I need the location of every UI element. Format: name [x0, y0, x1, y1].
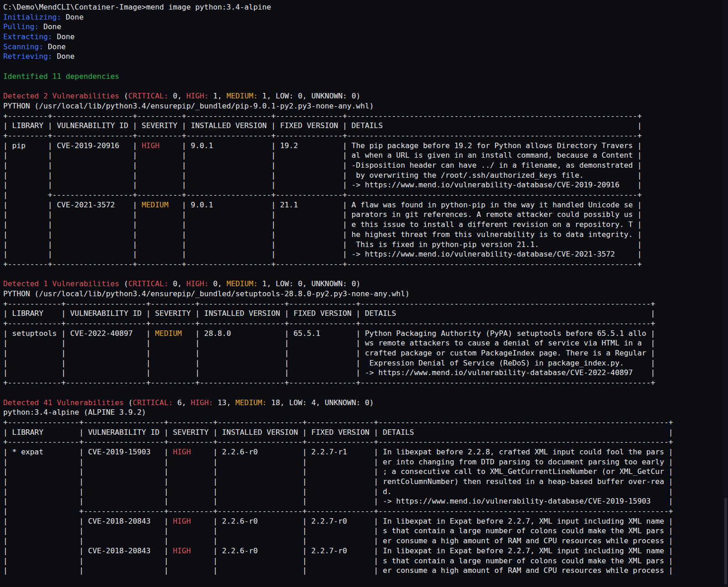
- terminal-text: HIGH:: [186, 92, 209, 100]
- terminal-text: | | | | | | crafted package or custom Pa…: [3, 349, 655, 357]
- terminal-line: +---------+------------------+----------…: [3, 131, 723, 141]
- terminal-text: | | | | | | parators in git references. …: [3, 210, 642, 219]
- terminal-text: Done: [66, 13, 83, 21]
- terminal-text: Initializing:: [3, 13, 66, 21]
- terminal-line: C:\Demo\MendCLI\Container-Image>mend ima…: [3, 2, 723, 12]
- terminal-line: | | | | | | rentColumnNumber) then resul…: [3, 477, 723, 487]
- terminal-text: HIGH: [173, 517, 190, 525]
- terminal-line: | | | | | | by overwriting the /root/.ss…: [3, 170, 723, 180]
- terminal-text: | | CVE-2021-3572 |: [3, 201, 142, 209]
- terminal-text: +------------+------------------+-------…: [3, 319, 655, 328]
- terminal-text: 13,: [213, 398, 236, 407]
- terminal-text: HIGH:: [191, 398, 213, 407]
- terminal-text: | | | | | | -> https://www.mend.io/vulne…: [3, 250, 642, 258]
- terminal-text: | LIBRARY | VULNERABILITY ID | SEVERITY …: [3, 121, 642, 130]
- terminal-window: C:\Demo\MendCLI\Container-Image>mend ima…: [0, 0, 728, 587]
- terminal-text: +----------------+------------------+---…: [3, 418, 673, 427]
- terminal-text: Extracting:: [3, 32, 57, 41]
- terminal-text: | | | | | | d. |: [3, 487, 673, 496]
- terminal-text: | 2.2.6-r0 | 2.2.7-r1 | In libexpat befo…: [191, 448, 673, 456]
- terminal-line: [3, 269, 723, 279]
- terminal-line: Retrieving: Done: [3, 51, 723, 62]
- terminal-text: 18, LOW: 4, UNKNOWN: 0): [267, 398, 374, 407]
- terminal-text: 0,: [169, 279, 186, 288]
- terminal-text: Identified 11 dependencies: [3, 72, 119, 81]
- terminal-text: | 2.2.6-r0 | 2.2.7-r0 | In libexpat in E…: [191, 546, 673, 555]
- terminal-text: Done: [57, 52, 75, 61]
- terminal-text: 1, LOW: 0, UNKNOWN: 0): [258, 92, 360, 100]
- terminal-line: Identified 11 dependencies: [3, 72, 723, 82]
- terminal-text: +----------------+------------------+---…: [3, 438, 673, 446]
- terminal-text: | pip | CVE-2019-20916 |: [3, 141, 142, 150]
- terminal-text: MEDIUM: [142, 201, 169, 209]
- terminal-line: | | CVE-2018-20843 | HIGH | 2.2.6-r0 | 2…: [3, 546, 723, 556]
- terminal-text: | | | | | | e this issue to install a di…: [3, 220, 642, 229]
- terminal-line: | | | | | | ws remote attackers to cause…: [3, 338, 723, 348]
- terminal-text: | | | | | | -> https://www.mend.io/vulne…: [3, 368, 655, 377]
- terminal-line: | | | | | | d. |: [3, 487, 723, 497]
- terminal-text: Detected 41 Vulnerabilities: [3, 398, 128, 407]
- terminal-line: PYTHON (/usr/local/lib/python3.4/ensurep…: [3, 289, 723, 299]
- terminal-text: 1,: [209, 92, 226, 100]
- terminal-text: +---------+------------------+----------…: [3, 260, 642, 268]
- terminal-text: | LIBRARY | VULNERABILITY ID | SEVERITY …: [3, 428, 673, 437]
- terminal-text: MEDIUM:: [226, 92, 258, 100]
- terminal-line: Detected 1 Vulnerabilities (CRITICAL: 0,…: [3, 279, 723, 289]
- terminal-text: 0,: [169, 92, 186, 100]
- terminal-text: | | CVE-2018-20843 |: [3, 517, 173, 525]
- scrollbar-thumb[interactable]: [724, 498, 727, 584]
- terminal-text: MEDIUM:: [226, 279, 258, 288]
- terminal-text: HIGH:: [186, 279, 209, 288]
- terminal-text: HIGH: [173, 448, 190, 456]
- terminal-line: | LIBRARY | VULNERABILITY ID | SEVERITY …: [3, 121, 723, 131]
- terminal-text: 6,: [173, 398, 191, 407]
- terminal-text: (: [124, 92, 128, 100]
- terminal-text: (: [124, 279, 128, 288]
- terminal-text: Detected 2 Vulnerabilities: [3, 92, 124, 100]
- terminal-text: | | | | | | er into changing from DTD pa…: [3, 458, 673, 466]
- terminal-text: | | | | | | by overwriting the /root/.ss…: [3, 171, 642, 180]
- terminal-text: | | | | | | s that contain a large numbe…: [3, 556, 673, 565]
- terminal-line: +----------------+------------------+---…: [3, 417, 723, 427]
- terminal-line: Extracting: Done: [3, 32, 723, 42]
- terminal-line: [3, 388, 723, 398]
- terminal-text: python:3.4-alpine (ALPINE 3.9.2): [3, 408, 146, 417]
- terminal-line: | | | | | | -> https://www.mend.io/vulne…: [3, 368, 723, 378]
- terminal-text: | | | | | | This is fixed in python-pip …: [3, 240, 642, 249]
- terminal-line: | | | | | | This is fixed in python-pip …: [3, 240, 723, 250]
- terminal-line: Detected 41 Vulnerabilities (CRITICAL: 6…: [3, 398, 723, 408]
- terminal-line: | | | | | | er consume a high amount of …: [3, 536, 723, 546]
- terminal-line: | | | | | | er consume a high amount of …: [3, 566, 723, 576]
- terminal-text: CRITICAL:: [128, 92, 168, 100]
- terminal-text: | +------------------+----------+-------…: [3, 191, 642, 199]
- terminal-line: [3, 62, 723, 72]
- terminal-text: Detected 1 Vulnerabilities: [3, 279, 124, 288]
- terminal-line: [3, 82, 723, 92]
- terminal-line: Detected 2 Vulnerabilities (CRITICAL: 0,…: [3, 91, 723, 101]
- terminal-text: | 2.2.6-r0 | 2.2.7-r0 | In libexpat in E…: [191, 517, 673, 525]
- terminal-line: | setuptools | CVE-2022-40897 | MEDIUM |…: [3, 329, 723, 339]
- terminal-text: | LIBRARY | VULNERABILITY ID | SEVERITY …: [3, 309, 655, 318]
- terminal-line: python:3.4-alpine (ALPINE 3.9.2): [3, 407, 723, 417]
- terminal-line: +------------+------------------+-------…: [3, 378, 723, 388]
- terminal-text: CRITICAL:: [128, 279, 168, 288]
- terminal-text: | | | | | | er consume a high amount of …: [3, 566, 673, 575]
- terminal-text: PYTHON (/usr/local/lib/python3.4/ensurep…: [3, 289, 410, 298]
- terminal-text: | | | | | | -> https://www.mend.io/vulne…: [3, 497, 673, 505]
- terminal-line: | | | | | | er into changing from DTD pa…: [3, 457, 723, 467]
- terminal-line: +---------+------------------+----------…: [3, 111, 723, 121]
- terminal-line: | +------------------+----------+-------…: [3, 506, 723, 516]
- terminal-text: Retrieving:: [3, 52, 57, 61]
- terminal-text: HIGH: [142, 141, 159, 150]
- terminal-line: | | | | | | parators in git references. …: [3, 210, 723, 220]
- terminal-line: | | | | | | -> https://www.mend.io/vulne…: [3, 180, 723, 190]
- terminal-text: | | | | | | ; a consecutive call to XML_…: [3, 467, 673, 476]
- terminal-text: Pulling:: [3, 22, 43, 31]
- terminal-text: (: [128, 398, 133, 407]
- terminal-text: +---------+------------------+----------…: [3, 131, 642, 140]
- terminal-text: MEDIUM:: [236, 398, 267, 407]
- terminal-line: | | | | | | ; a consecutive call to XML_…: [3, 467, 723, 477]
- scrollbar[interactable]: [723, 0, 728, 587]
- terminal-text: | | | | | | Expression Denial of Service…: [3, 359, 655, 367]
- terminal-line: Initializing: Done: [3, 12, 723, 22]
